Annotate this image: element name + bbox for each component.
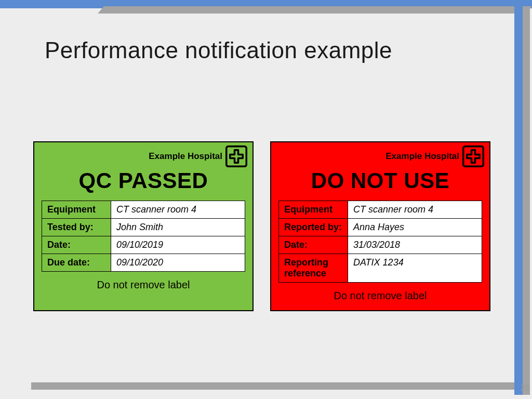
- row-value: John Smith: [111, 219, 245, 236]
- do-not-use-card: Example Hospital DO NOT USE Equipment CT…: [270, 141, 490, 311]
- row-label: Reported by:: [279, 219, 348, 236]
- row-label: Equipment: [279, 201, 348, 219]
- slide-title: Performance notification example: [45, 37, 392, 63]
- table-row: Date: 31/03/2018: [279, 236, 482, 254]
- table-row: Reported by: Anna Hayes: [279, 219, 482, 236]
- qc-table: Equipment CT scanner room 4 Tested by: J…: [42, 201, 245, 272]
- table-row: Equipment CT scanner room 4: [279, 201, 482, 219]
- row-label: Date:: [42, 236, 111, 254]
- decor-bottom-gray: [31, 382, 514, 390]
- decor-right-blue: [514, 0, 523, 395]
- card-heading: DO NOT USE: [271, 168, 489, 201]
- row-label: Reporting reference: [279, 254, 348, 283]
- decor-top-gray: [98, 6, 532, 14]
- table-row: Reporting reference DATIX 1234: [279, 254, 482, 283]
- card-header: Example Hospital: [34, 142, 252, 168]
- row-value: Anna Hayes: [348, 219, 482, 236]
- row-label: Tested by:: [42, 219, 111, 236]
- decor-right-gray: [523, 7, 530, 395]
- qc-table: Equipment CT scanner room 4 Reported by:…: [278, 201, 482, 283]
- row-label: Equipment: [42, 201, 111, 219]
- row-value: 31/03/2018: [348, 236, 482, 254]
- table-row: Equipment CT scanner room 4: [42, 201, 245, 219]
- table-row: Due date: 09/10/2020: [42, 254, 245, 272]
- card-footer: Do not remove label: [34, 272, 252, 299]
- table-row: Tested by: John Smith: [42, 219, 245, 236]
- row-value: 09/10/2019: [111, 236, 245, 254]
- medical-cross-icon: [225, 145, 247, 167]
- card-header: Example Hospital: [271, 142, 489, 168]
- cards-container: Example Hospital QC PASSED Equipment CT …: [33, 141, 490, 311]
- card-footer: Do not remove label: [271, 283, 489, 310]
- card-heading: QC PASSED: [34, 168, 252, 201]
- table-row: Date: 09/10/2019: [42, 236, 245, 254]
- hospital-name: Example Hospital: [149, 151, 222, 162]
- qc-passed-card: Example Hospital QC PASSED Equipment CT …: [33, 141, 254, 311]
- row-value: DATIX 1234: [348, 254, 482, 283]
- row-value: 09/10/2020: [111, 254, 245, 272]
- hospital-name: Example Hospital: [385, 151, 459, 162]
- medical-cross-icon: [462, 145, 484, 167]
- page-number: 26: [521, 383, 530, 393]
- row-value: CT scanner room 4: [111, 201, 245, 219]
- row-value: CT scanner room 4: [348, 201, 482, 219]
- row-label: Due date:: [42, 254, 111, 272]
- row-label: Date:: [279, 236, 348, 254]
